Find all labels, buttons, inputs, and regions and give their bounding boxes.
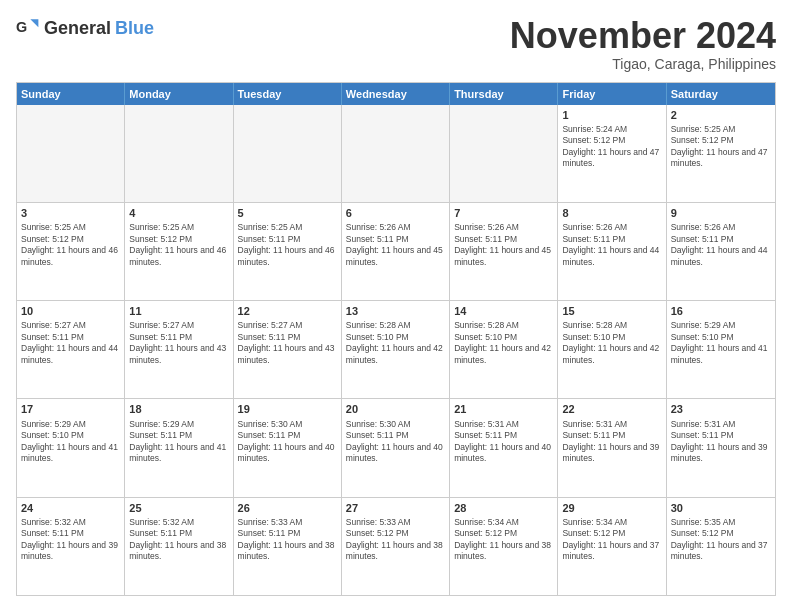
calendar-cell: 8Sunrise: 5:26 AMSunset: 5:11 PMDaylight… bbox=[558, 203, 666, 300]
calendar-cell: 23Sunrise: 5:31 AMSunset: 5:11 PMDayligh… bbox=[667, 399, 775, 496]
day-info: Sunrise: 5:35 AMSunset: 5:12 PMDaylight:… bbox=[671, 517, 771, 563]
header: G General Blue November 2024 Tigao, Cara… bbox=[16, 16, 776, 72]
day-info: Sunrise: 5:30 AMSunset: 5:11 PMDaylight:… bbox=[346, 419, 445, 465]
header-wednesday: Wednesday bbox=[342, 83, 450, 105]
calendar-header: Sunday Monday Tuesday Wednesday Thursday… bbox=[17, 83, 775, 105]
svg-marker-1 bbox=[30, 19, 38, 27]
week-row-1: 1Sunrise: 5:24 AMSunset: 5:12 PMDaylight… bbox=[17, 105, 775, 202]
day-info: Sunrise: 5:33 AMSunset: 5:12 PMDaylight:… bbox=[346, 517, 445, 563]
header-sunday: Sunday bbox=[17, 83, 125, 105]
calendar-cell: 2Sunrise: 5:25 AMSunset: 5:12 PMDaylight… bbox=[667, 105, 775, 202]
calendar-cell: 1Sunrise: 5:24 AMSunset: 5:12 PMDaylight… bbox=[558, 105, 666, 202]
day-number: 26 bbox=[238, 501, 337, 515]
day-info: Sunrise: 5:28 AMSunset: 5:10 PMDaylight:… bbox=[346, 320, 445, 366]
day-number: 16 bbox=[671, 304, 771, 318]
day-info: Sunrise: 5:26 AMSunset: 5:11 PMDaylight:… bbox=[562, 222, 661, 268]
calendar-cell: 17Sunrise: 5:29 AMSunset: 5:10 PMDayligh… bbox=[17, 399, 125, 496]
day-info: Sunrise: 5:25 AMSunset: 5:12 PMDaylight:… bbox=[21, 222, 120, 268]
calendar-cell: 12Sunrise: 5:27 AMSunset: 5:11 PMDayligh… bbox=[234, 301, 342, 398]
calendar-cell: 28Sunrise: 5:34 AMSunset: 5:12 PMDayligh… bbox=[450, 498, 558, 595]
day-number: 29 bbox=[562, 501, 661, 515]
calendar-cell: 16Sunrise: 5:29 AMSunset: 5:10 PMDayligh… bbox=[667, 301, 775, 398]
day-info: Sunrise: 5:32 AMSunset: 5:11 PMDaylight:… bbox=[21, 517, 120, 563]
day-number: 20 bbox=[346, 402, 445, 416]
calendar-cell: 14Sunrise: 5:28 AMSunset: 5:10 PMDayligh… bbox=[450, 301, 558, 398]
calendar-cell: 20Sunrise: 5:30 AMSunset: 5:11 PMDayligh… bbox=[342, 399, 450, 496]
day-number: 22 bbox=[562, 402, 661, 416]
day-number: 17 bbox=[21, 402, 120, 416]
month-title: November 2024 bbox=[510, 16, 776, 56]
day-number: 10 bbox=[21, 304, 120, 318]
header-monday: Monday bbox=[125, 83, 233, 105]
day-number: 24 bbox=[21, 501, 120, 515]
day-info: Sunrise: 5:24 AMSunset: 5:12 PMDaylight:… bbox=[562, 124, 661, 170]
day-info: Sunrise: 5:31 AMSunset: 5:11 PMDaylight:… bbox=[454, 419, 553, 465]
calendar-cell: 25Sunrise: 5:32 AMSunset: 5:11 PMDayligh… bbox=[125, 498, 233, 595]
day-info: Sunrise: 5:26 AMSunset: 5:11 PMDaylight:… bbox=[454, 222, 553, 268]
day-number: 19 bbox=[238, 402, 337, 416]
day-number: 9 bbox=[671, 206, 771, 220]
day-info: Sunrise: 5:26 AMSunset: 5:11 PMDaylight:… bbox=[346, 222, 445, 268]
day-number: 25 bbox=[129, 501, 228, 515]
day-info: Sunrise: 5:29 AMSunset: 5:11 PMDaylight:… bbox=[129, 419, 228, 465]
calendar-cell: 11Sunrise: 5:27 AMSunset: 5:11 PMDayligh… bbox=[125, 301, 233, 398]
title-area: November 2024 Tigao, Caraga, Philippines bbox=[510, 16, 776, 72]
week-row-4: 17Sunrise: 5:29 AMSunset: 5:10 PMDayligh… bbox=[17, 398, 775, 496]
day-info: Sunrise: 5:34 AMSunset: 5:12 PMDaylight:… bbox=[562, 517, 661, 563]
calendar-cell: 30Sunrise: 5:35 AMSunset: 5:12 PMDayligh… bbox=[667, 498, 775, 595]
header-tuesday: Tuesday bbox=[234, 83, 342, 105]
day-number: 7 bbox=[454, 206, 553, 220]
day-info: Sunrise: 5:25 AMSunset: 5:12 PMDaylight:… bbox=[129, 222, 228, 268]
week-row-5: 24Sunrise: 5:32 AMSunset: 5:11 PMDayligh… bbox=[17, 497, 775, 595]
day-number: 15 bbox=[562, 304, 661, 318]
day-info: Sunrise: 5:34 AMSunset: 5:12 PMDaylight:… bbox=[454, 517, 553, 563]
day-number: 11 bbox=[129, 304, 228, 318]
day-number: 4 bbox=[129, 206, 228, 220]
calendar-cell: 22Sunrise: 5:31 AMSunset: 5:11 PMDayligh… bbox=[558, 399, 666, 496]
calendar: Sunday Monday Tuesday Wednesday Thursday… bbox=[16, 82, 776, 596]
calendar-cell: 21Sunrise: 5:31 AMSunset: 5:11 PMDayligh… bbox=[450, 399, 558, 496]
week-row-2: 3Sunrise: 5:25 AMSunset: 5:12 PMDaylight… bbox=[17, 202, 775, 300]
day-info: Sunrise: 5:29 AMSunset: 5:10 PMDaylight:… bbox=[671, 320, 771, 366]
logo-text-blue: Blue bbox=[115, 18, 154, 39]
day-number: 8 bbox=[562, 206, 661, 220]
day-info: Sunrise: 5:27 AMSunset: 5:11 PMDaylight:… bbox=[21, 320, 120, 366]
calendar-cell: 27Sunrise: 5:33 AMSunset: 5:12 PMDayligh… bbox=[342, 498, 450, 595]
calendar-cell: 19Sunrise: 5:30 AMSunset: 5:11 PMDayligh… bbox=[234, 399, 342, 496]
calendar-cell bbox=[125, 105, 233, 202]
generalblue-logo-icon: G bbox=[16, 16, 40, 40]
day-number: 6 bbox=[346, 206, 445, 220]
day-number: 14 bbox=[454, 304, 553, 318]
calendar-cell bbox=[450, 105, 558, 202]
calendar-cell bbox=[234, 105, 342, 202]
day-info: Sunrise: 5:26 AMSunset: 5:11 PMDaylight:… bbox=[671, 222, 771, 268]
page: G General Blue November 2024 Tigao, Cara… bbox=[0, 0, 792, 612]
header-saturday: Saturday bbox=[667, 83, 775, 105]
calendar-cell: 3Sunrise: 5:25 AMSunset: 5:12 PMDaylight… bbox=[17, 203, 125, 300]
calendar-cell: 9Sunrise: 5:26 AMSunset: 5:11 PMDaylight… bbox=[667, 203, 775, 300]
day-number: 2 bbox=[671, 108, 771, 122]
svg-text:G: G bbox=[16, 19, 27, 35]
day-number: 30 bbox=[671, 501, 771, 515]
day-info: Sunrise: 5:27 AMSunset: 5:11 PMDaylight:… bbox=[129, 320, 228, 366]
day-number: 28 bbox=[454, 501, 553, 515]
day-number: 12 bbox=[238, 304, 337, 318]
day-info: Sunrise: 5:25 AMSunset: 5:12 PMDaylight:… bbox=[671, 124, 771, 170]
calendar-cell: 5Sunrise: 5:25 AMSunset: 5:11 PMDaylight… bbox=[234, 203, 342, 300]
day-number: 1 bbox=[562, 108, 661, 122]
calendar-cell bbox=[342, 105, 450, 202]
calendar-cell: 18Sunrise: 5:29 AMSunset: 5:11 PMDayligh… bbox=[125, 399, 233, 496]
calendar-cell: 10Sunrise: 5:27 AMSunset: 5:11 PMDayligh… bbox=[17, 301, 125, 398]
day-info: Sunrise: 5:28 AMSunset: 5:10 PMDaylight:… bbox=[454, 320, 553, 366]
day-number: 5 bbox=[238, 206, 337, 220]
calendar-cell bbox=[17, 105, 125, 202]
calendar-cell: 7Sunrise: 5:26 AMSunset: 5:11 PMDaylight… bbox=[450, 203, 558, 300]
day-number: 23 bbox=[671, 402, 771, 416]
calendar-cell: 24Sunrise: 5:32 AMSunset: 5:11 PMDayligh… bbox=[17, 498, 125, 595]
header-friday: Friday bbox=[558, 83, 666, 105]
calendar-cell: 26Sunrise: 5:33 AMSunset: 5:11 PMDayligh… bbox=[234, 498, 342, 595]
logo: G General Blue bbox=[16, 16, 154, 40]
calendar-cell: 4Sunrise: 5:25 AMSunset: 5:12 PMDaylight… bbox=[125, 203, 233, 300]
header-thursday: Thursday bbox=[450, 83, 558, 105]
day-info: Sunrise: 5:32 AMSunset: 5:11 PMDaylight:… bbox=[129, 517, 228, 563]
